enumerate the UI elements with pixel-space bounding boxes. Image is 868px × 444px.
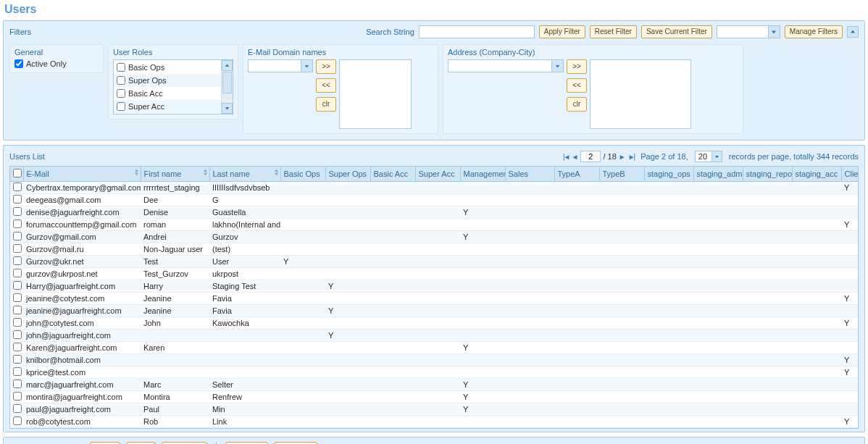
role-checkbox[interactable] (117, 89, 125, 98)
row-checkbox[interactable] (13, 269, 22, 277)
sort-icon[interactable] (134, 169, 139, 177)
column-header[interactable]: staging_ops (644, 167, 693, 182)
email-clear-button[interactable]: clr (316, 97, 336, 112)
row-checkbox[interactable] (13, 355, 22, 364)
email-domain-dropdown[interactable] (248, 59, 313, 72)
row-checkbox[interactable] (13, 256, 22, 265)
scroll-down-icon[interactable] (222, 103, 233, 114)
email-selected-list[interactable] (339, 59, 412, 129)
row-checkbox[interactable] (13, 281, 22, 290)
column-header[interactable]: Last name (209, 167, 280, 182)
role-checkbox[interactable] (117, 63, 125, 72)
table-row[interactable]: paul@jaguarfreight.comPaulMinY (10, 403, 859, 416)
table-row[interactable]: jeanine@jaguarfreight.comJeanineFaviaY (10, 305, 859, 317)
first-page-button[interactable]: |◄ (563, 153, 569, 161)
column-header[interactable]: Basic Acc (370, 167, 415, 182)
next-page-button[interactable]: ► (619, 153, 626, 161)
reset-filter-button[interactable]: Reset Filter (590, 25, 637, 38)
scroll-up-icon[interactable] (222, 60, 233, 71)
column-header[interactable]: Basic Ops (280, 167, 325, 182)
row-checkbox[interactable] (13, 367, 22, 376)
column-header[interactable]: Managemen (460, 167, 505, 182)
row-checkbox[interactable] (13, 404, 22, 413)
table-row[interactable]: deegeas@gmail.comDeeG (10, 194, 859, 206)
roles-listbox[interactable]: Basic OpsSuper OpsBasic AccSuper Acc (113, 59, 233, 114)
collapse-filters-button[interactable] (847, 26, 859, 38)
table-row[interactable]: john@jaguarfreight.comY (10, 330, 859, 342)
row-checkbox[interactable] (13, 232, 22, 240)
column-header[interactable]: TypeB (599, 167, 644, 182)
table-row[interactable]: kprice@test.comY (10, 366, 859, 379)
table-row[interactable]: Gurzov@ukr.netTestUserY (10, 256, 859, 268)
row-checkbox[interactable] (13, 207, 22, 216)
row-checkbox[interactable] (13, 244, 22, 253)
email-add-button[interactable]: >> (316, 59, 336, 74)
column-header[interactable]: E-Mail (23, 167, 141, 182)
row-checkbox[interactable] (13, 380, 22, 388)
sort-icon[interactable] (274, 169, 279, 177)
column-header[interactable]: Super Acc (415, 167, 460, 182)
sort-icon[interactable] (203, 169, 208, 177)
role-checkbox[interactable] (117, 102, 125, 111)
address-clear-button[interactable]: clr (567, 97, 587, 112)
address-dropdown[interactable] (448, 59, 564, 72)
per-page-select[interactable]: 20 (695, 151, 722, 162)
save-filter-button[interactable]: Save Current Filter (641, 25, 712, 38)
column-header[interactable]: First name (141, 167, 209, 182)
table-row[interactable]: jeanine@cotytest.comJeanineFaviaY (10, 293, 859, 305)
table-row[interactable]: marc@jaguarfreight.comMarcSelterY (10, 379, 859, 391)
column-header[interactable]: staging_adm (693, 167, 743, 182)
table-row[interactable]: john@cotytest.comJohnKawochkaY (10, 317, 859, 330)
scroll-thumb[interactable] (222, 72, 232, 93)
search-input[interactable] (419, 25, 535, 38)
email-remove-button[interactable]: << (316, 78, 336, 93)
table-row[interactable]: Gurzov@gmail.comAndreiGurzovY (10, 231, 859, 243)
column-header[interactable]: Sales (505, 167, 554, 182)
row-checkbox[interactable] (13, 306, 22, 314)
cell (693, 243, 743, 256)
row-checkbox[interactable] (13, 416, 22, 425)
role-checkbox[interactable] (117, 76, 125, 85)
select-all-header[interactable] (10, 167, 23, 182)
prev-page-button[interactable]: ◄ (572, 153, 579, 161)
last-page-button[interactable]: ►| (628, 153, 635, 161)
active-only-checkbox[interactable] (14, 59, 23, 68)
role-option[interactable]: Super Acc (114, 100, 233, 113)
column-header[interactable]: TypeA (554, 167, 599, 182)
column-header[interactable]: staging_acc (792, 167, 841, 182)
table-row[interactable]: Karen@jaguarfreight.comKarenY (10, 342, 859, 354)
row-checkbox[interactable] (13, 330, 22, 339)
table-row[interactable]: montira@jaguarfreight.comMontiraRenfrewY (10, 391, 859, 403)
row-checkbox[interactable] (13, 318, 22, 327)
table-row[interactable]: Harry@jaguarfreight.comHarryStaging Test… (10, 280, 859, 293)
table-row[interactable]: forumaccounttemp@gmail.comromanlakhno(In… (10, 219, 859, 231)
column-header[interactable]: staging_repo (743, 167, 792, 182)
table-row[interactable]: rob@cotytest.comRobLinkY (10, 416, 859, 428)
row-checkbox[interactable] (13, 392, 22, 401)
row-checkbox[interactable] (13, 195, 22, 204)
role-option[interactable]: Super Ops (114, 74, 233, 87)
column-header[interactable]: Super Ops (325, 167, 370, 182)
cell (743, 342, 792, 354)
address-selected-list[interactable] (590, 59, 691, 129)
address-add-button[interactable]: >> (567, 59, 587, 74)
row-checkbox[interactable] (13, 293, 22, 302)
manage-filters-button[interactable]: Manage Filters (785, 25, 843, 38)
scrollbar[interactable] (221, 60, 233, 114)
table-row[interactable]: Cybertrax.temporary@gmail.comrrrrrtest_s… (10, 182, 859, 194)
table-row[interactable]: denise@jaguarfreight.comDeniseGuastellaY (10, 206, 859, 219)
apply-filter-button[interactable]: Apply Filter (539, 25, 585, 38)
column-header[interactable]: Clien (841, 167, 859, 182)
address-remove-button[interactable]: << (567, 78, 587, 93)
select-all-checkbox[interactable] (13, 169, 22, 177)
row-checkbox[interactable] (13, 219, 22, 228)
table-row[interactable]: Gurzov@mail.ruNon-Jaguar user(test) (10, 243, 859, 256)
role-option[interactable]: Basic Ops (114, 61, 233, 74)
table-row[interactable]: gurzov@ukrpost.netTest_Gurzovukrpost (10, 268, 859, 280)
role-option[interactable]: Basic Acc (114, 87, 233, 100)
saved-filters-dropdown[interactable] (717, 25, 780, 38)
table-row[interactable]: knilbor@hotmail.comY (10, 354, 859, 366)
page-input[interactable] (580, 151, 601, 162)
row-checkbox[interactable] (13, 343, 22, 351)
row-checkbox[interactable] (13, 183, 22, 191)
